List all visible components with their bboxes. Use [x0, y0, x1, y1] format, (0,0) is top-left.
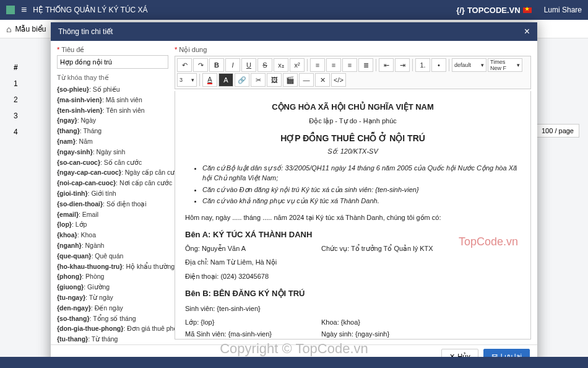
superscript-icon[interactable]: x²: [290, 58, 305, 72]
undo-icon[interactable]: ↶: [177, 58, 192, 72]
ul-icon[interactable]: •: [431, 58, 446, 72]
keyword-item: {ho-khau-thuong-tru}: Hộ khẩu thường trú: [57, 261, 168, 272]
keyword-item: {so-thang}: Tổng số tháng: [57, 313, 168, 324]
party-b-heading: Bên B: BÊN ĐĂNG KÝ NỘI TRÚ: [185, 287, 521, 300]
redo-icon[interactable]: ↷: [193, 58, 208, 72]
title-input[interactable]: [57, 55, 168, 69]
video-icon[interactable]: 🎬: [283, 73, 298, 87]
keyword-item: {thang}: Tháng: [57, 126, 168, 136]
keyword-item: {email}: Email: [57, 209, 168, 220]
basis-item: Căn cứ vào Đơn đăng ký nội trú Ký túc xá…: [202, 185, 521, 195]
page-size-select[interactable]: 100 / page: [536, 124, 579, 138]
keyword-item: {que-quan}: Quê quán: [57, 251, 168, 261]
keyword-item: {so-phieu}: Số phiếu: [57, 84, 168, 95]
app-title: HỆ THỐNG QUẢN LÝ KÝ TÚC XÁ: [33, 6, 147, 14]
unlink-icon[interactable]: ✂: [251, 73, 266, 87]
format-select[interactable]: default▾: [452, 58, 486, 72]
keyword-item: {khoa}: Khoa: [57, 230, 168, 240]
align-left-icon[interactable]: ≡: [310, 58, 325, 72]
editor-toolbar: ↶ ↷ B I U S x₂ x² ≡ ≡ ≡ ≣ ⇤ ⇥ 1. • d: [175, 56, 531, 89]
doc-basis-list: Căn cứ Bộ luật dân sự số: 33/2005/QH11 n…: [202, 163, 521, 206]
keyword-item: {so-can-cuoc}: Số căn cước: [57, 157, 168, 168]
align-center-icon[interactable]: ≡: [326, 58, 341, 72]
indent-icon[interactable]: ⇥: [395, 58, 410, 72]
doc-motto: Độc lập - Tự do - Hạnh phúc: [185, 116, 521, 126]
keyword-item: {so-dien-thoai}: Số điện thoại: [57, 199, 168, 209]
bg-color-icon[interactable]: A: [218, 73, 233, 87]
breadcrumb: Mẫu biểu: [15, 25, 46, 33]
flag-icon: [523, 7, 532, 13]
clear-icon[interactable]: ✕: [315, 73, 330, 87]
user-name[interactable]: Lumi Share: [544, 6, 582, 14]
hamburger-icon[interactable]: ≡: [21, 4, 27, 15]
keyword-item: {tu-thang}: Từ tháng: [57, 334, 168, 344]
font-family-select[interactable]: Times New F▾: [488, 58, 522, 72]
detail-modal: Thông tin chi tiết × Tiêu đề Từ khóa tha…: [51, 22, 537, 368]
doc-intro: Hôm nay, ngày ..... tháng ..... năm 2024…: [185, 212, 521, 223]
keyword-item: {don-gia-thue-phong}: Đơn giá thuê phòng…: [57, 323, 168, 334]
close-icon[interactable]: ×: [524, 26, 530, 37]
underline-icon[interactable]: U: [241, 58, 256, 72]
topbar: ≡ HỆ THỐNG QUẢN LÝ KÝ TÚC XÁ {/} TOPCODE…: [0, 0, 588, 20]
keyword-item: {giuong}: Giường: [57, 282, 168, 292]
keyword-item: {ngay}: Ngày: [57, 115, 168, 126]
doc-nation: CỘNG HÒA XÃ HỘI CHỦ NGHĨA VIỆT NAM: [185, 101, 521, 113]
keyword-item: {ngay-cap-can-cuoc}: Ngày cấp căn cước: [57, 167, 168, 178]
image-icon[interactable]: 🖼: [267, 73, 282, 87]
title-label: Tiêu đề: [57, 46, 168, 54]
party-a-heading: Bên A: KÝ TÚC XÁ THÀNH DANH: [185, 229, 521, 241]
modal-title: Thông tin chi tiết: [58, 27, 113, 36]
basis-item: Căn cứ vào khả năng phục vụ của Ký túc x…: [202, 196, 521, 206]
doc-heading: HỢP ĐỒNG THUÊ CHỖ Ở NỘI TRÚ: [185, 132, 521, 145]
ol-icon[interactable]: 1.: [415, 58, 430, 72]
italic-icon[interactable]: I: [225, 58, 240, 72]
keyword-item: {nam}: Năm: [57, 136, 168, 147]
keyword-item: {noi-cap-can-cuoc}: Nơi cấp căn cước: [57, 178, 168, 188]
keyword-item: {ten-sinh-vien}: Tên sinh viên: [57, 105, 168, 116]
footer-bar: [0, 357, 588, 368]
doc-number: Số: 120/KTX-SV: [185, 146, 521, 157]
brand-badge: {/} TOPCODE.VN: [456, 6, 531, 15]
keyword-item: {gioi-tinh}: Giới tính: [57, 188, 168, 199]
keyword-item: {tu-ngay}: Từ ngày: [57, 292, 168, 303]
align-justify-icon[interactable]: ≣: [358, 58, 373, 72]
align-right-icon[interactable]: ≡: [342, 58, 357, 72]
keyword-item: {den-ngay}: Đến ngày: [57, 303, 168, 313]
content-label: Nội dung: [175, 46, 531, 54]
font-size-select[interactable]: 3▾: [177, 73, 197, 87]
form-left-column: Tiêu đề Từ khóa thay thế {so-phieu}: Số …: [51, 41, 175, 344]
keyword-item: {lop}: Lớp: [57, 219, 168, 230]
subscript-icon[interactable]: x₂: [274, 58, 288, 72]
code-icon[interactable]: </>: [331, 73, 346, 87]
code-icon: {/}: [456, 6, 465, 15]
keyword-item: {ma-sinh-vien}: Mã sinh viên: [57, 95, 168, 105]
home-icon[interactable]: ⌂: [6, 24, 11, 34]
rich-text-editor[interactable]: CỘNG HÒA XÃ HỘI CHỦ NGHĨA VIỆT NAM Độc l…: [175, 91, 531, 340]
link-icon[interactable]: 🔗: [235, 73, 249, 87]
font-color-icon[interactable]: A: [202, 73, 217, 87]
app-logo: [6, 6, 15, 14]
keywords-heading: Từ khóa thay thế: [57, 74, 168, 82]
bold-icon[interactable]: B: [209, 58, 224, 72]
basis-item: Căn cứ Bộ luật dân sự số: 33/2005/QH11 n…: [202, 163, 521, 183]
keyword-item: {ngay-sinh}: Ngày sinh: [57, 147, 168, 157]
outdent-icon[interactable]: ⇤: [379, 58, 394, 72]
hr-icon[interactable]: —: [299, 73, 314, 87]
keyword-item: {phong}: Phòng: [57, 271, 168, 282]
strike-icon[interactable]: S: [257, 58, 272, 72]
keyword-item: {nganh}: Ngành: [57, 240, 168, 251]
